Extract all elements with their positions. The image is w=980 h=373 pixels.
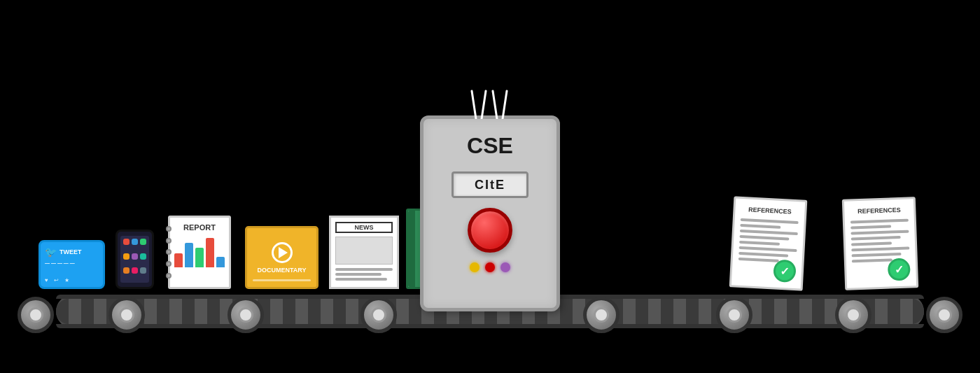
app-icon-5 [132,253,138,260]
check-badge-2: ✓ [888,258,911,281]
app-icon-1 [123,239,130,245]
light-yellow [470,262,479,272]
twitter-bird-icon: 🐦 [45,246,57,258]
play-button-icon [272,242,293,263]
news-text-lines [335,268,393,281]
check-badge-1: ✓ [773,259,797,283]
documentary-item: DOCUMENTARY [245,226,327,289]
wheel-left-1 [18,297,54,333]
wheel-left-2 [108,297,145,333]
cse-machine: CSE CItE [420,115,560,311]
app-icon-3 [140,239,146,245]
news-image [335,237,393,265]
indicator-lights [470,262,510,272]
wheel-left-3 [227,297,264,333]
app-icon-4 [123,253,130,260]
wheel-center-left [360,297,397,333]
phone-item [115,230,162,289]
cse-title: CSE [467,133,513,159]
news-item: NEWS [329,216,409,289]
tweet-text: — — — — — [45,260,99,265]
svg-line-3 [503,91,507,119]
ref-lines-1 [738,218,799,263]
report-spiral [166,223,172,281]
svg-line-1 [482,91,486,119]
wheel-right-1 [926,297,962,333]
red-button[interactable] [468,208,512,253]
app-icon-7 [123,267,130,274]
light-purple [500,262,510,272]
svg-line-0 [472,91,476,119]
app-icon-8 [132,267,138,274]
wheel-center-right [583,297,620,333]
doc-progress-line [253,279,311,281]
reference-doc-2: REFERENCES ✓ [844,198,917,289]
documentary-label: DOCUMENTARY [258,267,307,274]
reference-doc-1: REFERENCES ✓ [732,198,805,289]
bar-chart [174,236,225,267]
ref-title-2: REFERENCES [850,206,908,216]
app-icon-9 [140,267,146,274]
svg-line-2 [493,91,497,119]
wheel-right-3 [716,297,752,333]
cite-text: CItE [475,178,505,192]
news-label: NEWS [335,222,393,233]
light-red [485,262,495,272]
report-item: REPORT [168,216,239,289]
report-title: REPORT [174,223,225,232]
wheel-right-2 [835,297,872,333]
phone-screen [120,236,149,283]
book-spine [408,211,415,287]
cite-display: CItE [451,171,528,198]
tweet-item: 🐦 TWEET — — — — — ♥ ↩ ★ [38,240,111,289]
spark-lines [455,87,525,119]
ref-lines-2 [850,219,910,263]
scene: 🐦 TWEET — — — — — ♥ ↩ ★ [0,0,980,373]
tweet-label: TWEET [59,248,82,255]
ref-title-1: REFERENCES [741,206,799,216]
app-icon-6 [140,253,146,260]
tweet-actions: ♥ ↩ ★ [45,277,69,283]
app-icon-2 [132,239,138,245]
